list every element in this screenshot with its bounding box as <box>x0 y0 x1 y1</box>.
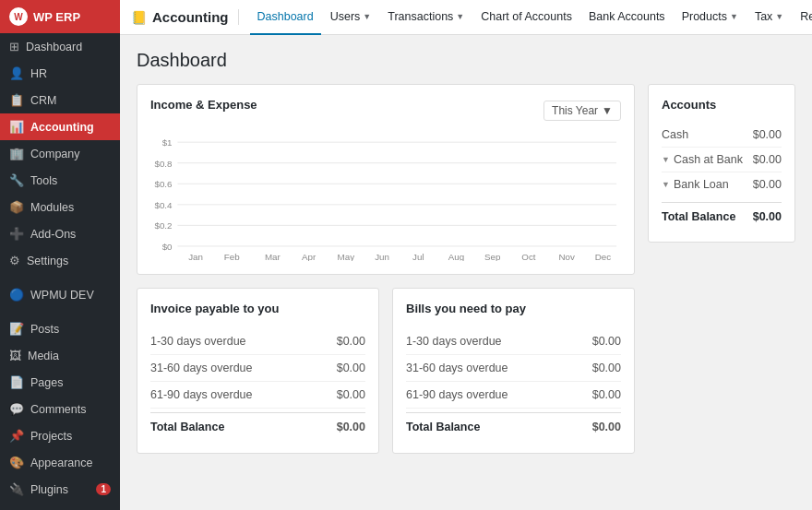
dashboard-grid: Income & Expense This Year ▼ $1 $0.8 $0.… <box>137 84 795 454</box>
wpmudev-icon: 🔵 <box>9 288 24 302</box>
chevron-down-icon: ▼ <box>363 12 371 21</box>
bills-amount-1: $0.00 <box>592 362 621 374</box>
income-expense-header: Income & Expense This Year ▼ <box>150 98 621 123</box>
chevron-down-icon: ▼ <box>662 155 670 164</box>
sidebar-item-media[interactable]: 🖼 Media <box>0 342 120 369</box>
sidebar-item-label: Media <box>28 350 59 362</box>
chevron-down-icon: ▼ <box>662 180 670 189</box>
sidebar-item-crm[interactable]: 📋 CRM <box>0 87 120 113</box>
invoice-total-amount: $0.00 <box>337 421 365 433</box>
topnav-users[interactable]: Users ▼ <box>323 0 379 35</box>
topnav-tax-label: Tax <box>755 10 772 23</box>
bills-total-amount: $0.00 <box>592 421 621 433</box>
income-expense-chart: $1 $0.8 $0.6 $0.4 $0.2 $0 <box>150 132 621 261</box>
bills-row-0: 1-30 days overdue $0.00 <box>406 328 621 355</box>
invoice-card: Invoice payable to you 1-30 days overdue… <box>137 288 379 454</box>
dashboard-right: Accounts Cash $0.00 ▼ Cash at Bank <box>648 84 795 454</box>
svg-text:Oct: Oct <box>521 252 536 261</box>
bills-label-1: 31-60 days overdue <box>406 362 508 374</box>
sidebar-item-appearance[interactable]: 🎨 Appearance <box>0 449 120 476</box>
account-label-0: Cash <box>662 128 688 141</box>
svg-text:Sep: Sep <box>484 252 501 261</box>
period-select[interactable]: This Year ▼ <box>543 101 621 121</box>
company-icon: 🏢 <box>9 147 24 160</box>
svg-text:$0: $0 <box>162 242 173 252</box>
sidebar-item-label: Pages <box>30 376 63 389</box>
account-label-1: Cash at Bank <box>674 153 743 166</box>
sidebar-item-addons[interactable]: ➕ Add-Ons <box>0 220 120 247</box>
sidebar-item-company[interactable]: 🏢 Company <box>0 140 120 167</box>
projects-icon: 📌 <box>9 429 24 443</box>
hr-icon: 👤 <box>9 66 24 80</box>
topnav-reports-label: Reports <box>800 10 812 23</box>
chevron-down-icon: ▼ <box>456 12 464 21</box>
topnav-products[interactable]: Products ▼ <box>675 0 746 35</box>
sidebar-item-settings[interactable]: ⚙ Settings <box>0 247 120 274</box>
main-content: 📒 Accounting Dashboard Users ▼ Transacti… <box>120 0 812 510</box>
accounts-row-0: Cash $0.00 <box>662 123 782 148</box>
sidebar-item-plugins[interactable]: 🔌 Plugins 1 <box>0 476 120 503</box>
invoice-total-row: Total Balance $0.00 <box>150 412 365 440</box>
bills-title: Bills you need to pay <box>406 302 621 315</box>
invoice-label-2: 61-90 days overdue <box>150 388 253 401</box>
sidebar-item-hr[interactable]: 👤 HR <box>0 60 120 87</box>
svg-text:$1: $1 <box>162 137 173 148</box>
settings-icon: ⚙ <box>9 254 20 267</box>
topnav-dashboard-label: Dashboard <box>257 10 314 23</box>
sidebar-item-label: Dashboard <box>26 41 82 53</box>
topnav-dashboard[interactable]: Dashboard <box>250 0 321 35</box>
addons-icon: ➕ <box>9 227 24 241</box>
sidebar-item-wpmudev[interactable]: 🔵 WPMU DEV <box>0 281 120 308</box>
svg-text:Aug: Aug <box>448 252 464 261</box>
sidebar-item-dashboard-top[interactable]: ⊞ Dashboard <box>0 33 120 60</box>
accounts-title: Accounts <box>662 98 782 112</box>
topnav-tax[interactable]: Tax ▼ <box>747 0 791 35</box>
topnav-transactions[interactable]: Transactions ▼ <box>380 0 472 35</box>
invoice-total-label: Total Balance <box>150 421 224 433</box>
topnav-users-label: Users <box>330 10 361 23</box>
sidebar-item-label: HR <box>30 67 47 80</box>
sidebar-brand[interactable]: W WP ERP <box>0 0 120 33</box>
plugins-icon: 🔌 <box>9 482 24 496</box>
accounts-row-1: ▼ Cash at Bank $0.00 <box>662 148 782 172</box>
sidebar-item-tools[interactable]: 🔧 Tools <box>0 167 120 194</box>
posts-icon: 📝 <box>9 322 24 336</box>
comments-icon: 💬 <box>9 402 24 416</box>
invoice-row-1: 31-60 days overdue $0.00 <box>150 355 365 382</box>
topnav-title-text: Accounting <box>152 9 229 25</box>
chevron-down-icon: ▼ <box>602 104 613 117</box>
topnav-reports[interactable]: Reports <box>793 0 812 35</box>
sidebar: W WP ERP ⊞ Dashboard 👤 HR 📋 CRM 📊 Accoun… <box>0 0 120 510</box>
svg-text:May: May <box>338 252 355 261</box>
invoice-row-0: 1-30 days overdue $0.00 <box>150 328 365 355</box>
topnav-bank-label: Bank Accounts <box>589 10 665 23</box>
accounts-table: Cash $0.00 ▼ Cash at Bank $0.00 <box>662 123 782 196</box>
svg-text:Nov: Nov <box>558 252 575 261</box>
sidebar-item-label: Add-Ons <box>30 228 76 241</box>
sidebar-item-label: Accounting <box>30 121 94 134</box>
account-label-2: Bank Loan <box>674 178 729 191</box>
sidebar-item-label: Modules <box>30 201 74 214</box>
svg-text:Jun: Jun <box>375 252 389 261</box>
invoice-amount-0: $0.00 <box>337 335 365 348</box>
svg-text:Feb: Feb <box>224 252 240 261</box>
bills-label-2: 61-90 days overdue <box>406 388 508 401</box>
svg-text:$0.8: $0.8 <box>154 159 173 169</box>
svg-text:Dec: Dec <box>595 252 612 261</box>
account-name-1: ▼ Cash at Bank <box>662 153 743 166</box>
accounting-page-icon: 📒 <box>131 10 147 25</box>
sidebar-item-users[interactable]: 👥 Users <box>0 503 120 510</box>
sidebar-item-modules[interactable]: 📦 Modules <box>0 194 120 220</box>
sidebar-item-projects[interactable]: 📌 Projects <box>0 422 120 449</box>
sidebar-item-accounting[interactable]: 📊 Accounting <box>0 113 120 140</box>
sidebar-item-posts[interactable]: 📝 Posts <box>0 315 120 342</box>
svg-text:Mar: Mar <box>265 252 281 261</box>
topnav-bank-accounts[interactable]: Bank Accounts <box>581 0 673 35</box>
topnav-chart-of-accounts[interactable]: Chart of Accounts <box>473 0 579 35</box>
account-name-0: Cash <box>662 128 688 141</box>
sidebar-item-comments[interactable]: 💬 Comments <box>0 396 120 422</box>
sidebar-item-label: Plugins <box>30 483 68 496</box>
sidebar-item-pages[interactable]: 📄 Pages <box>0 369 120 396</box>
invoice-title: Invoice payable to you <box>150 302 365 315</box>
chevron-down-icon: ▼ <box>730 12 738 21</box>
